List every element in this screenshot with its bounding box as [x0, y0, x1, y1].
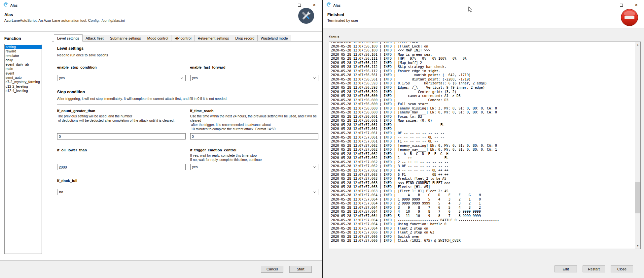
field-label-if-oil-lower-than: if_oil_lower_than	[57, 148, 186, 152]
titlebar[interactable]: Alas ✕	[0, 0, 322, 10]
function-sidebar: Function setting reward emulator daily e…	[0, 32, 52, 261]
sidebar-item-event-daily-ab[interactable]: event_daily_ab	[5, 62, 42, 67]
sidebar-item-c12-2-leveling[interactable]: c12-2_leveling	[5, 84, 42, 89]
sidebar-item-c7-2-mystery-farming[interactable]: c7-2_mystery_farming	[5, 80, 42, 84]
section-desc-stop-condition: After triggering, it will not stop immed…	[57, 97, 318, 101]
function-listbox: setting reward emulator daily event_dail…	[4, 44, 42, 254]
sidebar-item-setting[interactable]: setting	[5, 45, 42, 49]
sidebar-item-main[interactable]: main	[5, 67, 42, 71]
chevron-down-icon	[180, 77, 183, 79]
tab-mood-control[interactable]: Mood control	[144, 35, 172, 42]
chevron-down-icon	[313, 166, 316, 168]
sidebar-heading: Function	[4, 36, 52, 41]
if-oil-lower-than-input[interactable]	[57, 164, 186, 170]
minimize-icon	[605, 5, 608, 5]
log-scrollbar[interactable]: ▲ ▼	[635, 42, 640, 249]
tab-retirement-settings[interactable]: Retirement settings	[195, 35, 233, 42]
config-window: Alas ✕ Alas AzurLaneAutoScript, An Azur …	[0, 0, 322, 278]
cancel-button[interactable]: Cancel	[261, 266, 283, 273]
start-button[interactable]: Start	[289, 266, 312, 273]
maximize-icon	[620, 4, 623, 7]
select-value: yes	[192, 76, 198, 80]
app-logo-icon	[326, 2, 331, 8]
sidebar-item-emulator[interactable]: emulator	[5, 54, 42, 58]
field-desc-if-trigger-emotion-control: If yes, wait for reply, complete this ti…	[190, 153, 319, 162]
log-footer: Edit Restart Close	[323, 260, 644, 278]
field-label-if-dock-full: if_dock_full	[57, 179, 318, 183]
field-label-enable-stop-condition: enable_stop_condition	[57, 65, 186, 69]
log-text: 2020-05-28 12:07:56.100 | INFO | fleet_l…	[329, 42, 640, 243]
section-title-stop-condition: Stop condition	[57, 90, 318, 94]
tab-hp-control[interactable]: HP control	[171, 35, 195, 42]
if-count-greater-than-input[interactable]	[57, 133, 186, 139]
status-area: Status 2020-05-28 12:07:56.100 | INFO | …	[323, 28, 644, 278]
enable-fast-forward-select[interactable]: yes	[190, 75, 319, 81]
divider	[57, 61, 318, 61]
enable-stop-condition-select[interactable]: yes	[57, 75, 186, 81]
if-trigger-emotion-control-select[interactable]: yes	[190, 164, 319, 170]
app-logo-icon	[3, 2, 8, 8]
page-title: Alas	[4, 13, 322, 17]
select-value: no	[59, 190, 63, 194]
section-desc-level-settings: Need to run once to save options	[57, 53, 318, 57]
sidebar-item-event[interactable]: event	[5, 71, 42, 76]
run-state-subtitle: Terminated by user	[327, 18, 644, 22]
select-value: yes	[59, 76, 65, 80]
sidebar-item-semi-auto[interactable]: semi_auto	[5, 76, 42, 80]
status-label: Status	[323, 28, 644, 42]
close-window-button[interactable]: Close	[611, 265, 633, 272]
section-title-level-settings: Level settings	[57, 46, 318, 51]
maximize-icon	[298, 4, 301, 7]
field-label-enable-fast-forward: enable_fast_forward	[190, 65, 319, 69]
chevron-down-icon	[313, 191, 316, 193]
settings-tabbar: Level settings Attack fleet Submarine se…	[52, 32, 322, 42]
select-value: yes	[192, 165, 198, 169]
tab-drop-record[interactable]: Drop record	[232, 35, 258, 42]
titlebar[interactable]: Alas ✕	[323, 0, 644, 10]
field-desc-if-time-reach: Use the time within the next 24 hours, t…	[190, 114, 319, 131]
config-header: Alas AzurLaneAutoScript, An Azur Lane au…	[0, 10, 322, 32]
restart-button[interactable]: Restart	[583, 265, 605, 272]
log-window: Alas ✕ Finished Terminated by user	[323, 0, 644, 278]
scrollbar-thumb[interactable]	[635, 182, 640, 213]
tab-submarine-settings[interactable]: Submarine settings	[107, 35, 144, 42]
field-label-if-trigger-emotion-control: if_trigger_emotion_control	[190, 148, 319, 152]
tab-level-settings[interactable]: Level settings	[54, 34, 83, 42]
minimize-button[interactable]	[599, 0, 614, 10]
level-settings-form: Level settings Need to run once to save …	[52, 42, 322, 261]
minimize-button[interactable]	[277, 0, 292, 10]
minimize-icon	[283, 5, 286, 5]
if-time-reach-input[interactable]	[190, 133, 319, 139]
field-label-if-time-reach: if_time_reach	[190, 109, 319, 113]
stop-sign-icon	[621, 9, 638, 28]
mouse-cursor	[468, 6, 473, 14]
chevron-down-icon	[313, 77, 316, 79]
run-status-header: Finished Terminated by user	[323, 10, 644, 28]
log-output-box: 2020-05-28 12:07:56.100 | INFO | fleet_l…	[329, 42, 641, 249]
close-icon: ✕	[313, 3, 316, 7]
scroll-down-icon[interactable]: ▼	[635, 243, 640, 249]
run-state-title: Finished	[327, 13, 644, 17]
desktop: Alas ✕ Alas AzurLaneAutoScript, An Azur …	[0, 0, 644, 278]
field-label-if-count-greater-than: if_count_greater_than	[57, 109, 186, 113]
page-subtitle: AzurLaneAutoScript, An Azur Lane automat…	[4, 18, 322, 22]
sidebar-item-reward[interactable]: reward	[5, 49, 42, 53]
sidebar-item-daily[interactable]: daily	[5, 58, 42, 62]
edit-button[interactable]: Edit	[555, 265, 577, 272]
if-dock-full-select[interactable]: no	[57, 189, 318, 195]
window-title: Alas	[333, 3, 340, 7]
sidebar-item-c12-4-leveling[interactable]: c12-4_leveling	[5, 89, 42, 93]
tab-wasteland-mode[interactable]: Wasteland mode	[257, 35, 291, 42]
tab-attack-fleet[interactable]: Attack fleet	[82, 35, 107, 42]
config-footer: Cancel Start	[0, 260, 322, 278]
tools-icon	[298, 8, 314, 25]
field-desc-if-count-greater-than: The previous setting will be used, and t…	[57, 114, 186, 123]
divider	[57, 104, 318, 105]
close-icon: ✕	[635, 3, 638, 7]
scroll-up-icon[interactable]: ▲	[635, 42, 640, 47]
window-title: Alas	[10, 3, 18, 7]
